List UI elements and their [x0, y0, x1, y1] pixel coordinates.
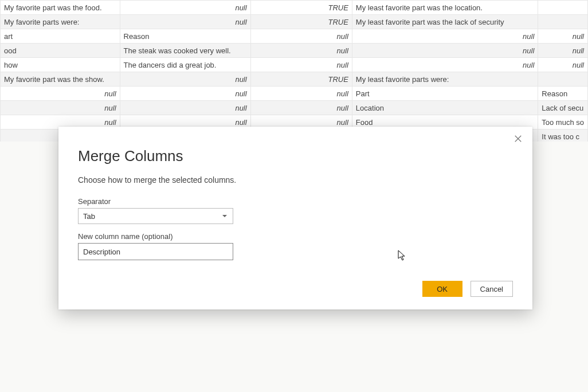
table-cell[interactable]: null: [538, 58, 588, 72]
dialog-buttons: OK Cancel: [422, 281, 513, 297]
table-cell[interactable]: Lack of secu: [538, 101, 588, 115]
table-cell[interactable]: art: [1, 29, 120, 44]
table-cell[interactable]: null: [120, 87, 250, 101]
table-cell[interactable]: My least favorite part was the location.: [352, 1, 538, 15]
table-row[interactable]: nullnullnullPartReason: [1, 87, 588, 101]
ok-button[interactable]: OK: [422, 281, 462, 297]
table-cell[interactable]: Too much so: [538, 115, 588, 130]
table-row[interactable]: My favorite parts were:nullTRUEMy least …: [1, 15, 588, 29]
table-cell[interactable]: The steak was cooked very well.: [120, 44, 250, 58]
cancel-button[interactable]: Cancel: [471, 281, 513, 297]
table-row[interactable]: My favorite part was the food.nullTRUEMy…: [1, 1, 588, 15]
table-row[interactable]: howThe dancers did a great job.nullnulln…: [1, 58, 588, 72]
new-column-name-label: New column name (optional): [78, 232, 513, 241]
table-cell[interactable]: Location: [352, 101, 538, 115]
table-cell[interactable]: null: [250, 44, 352, 58]
table-cell[interactable]: null: [120, 1, 250, 15]
data-grid[interactable]: My favorite part was the food.nullTRUEMy…: [0, 0, 588, 144]
table-row[interactable]: My favorite part was the show.nullTRUEMy…: [1, 72, 588, 87]
table-cell[interactable]: how: [1, 58, 120, 72]
table-cell[interactable]: null: [120, 15, 250, 29]
table-cell[interactable]: Reason: [538, 87, 588, 101]
table-cell[interactable]: TRUE: [250, 15, 352, 29]
table-cell[interactable]: null: [352, 58, 538, 72]
table-cell[interactable]: The dancers did a great job.: [120, 58, 250, 72]
table-cell[interactable]: null: [250, 87, 352, 101]
separator-dropdown[interactable]: Tab: [78, 208, 233, 224]
new-column-name-input[interactable]: [78, 243, 233, 260]
table-cell[interactable]: My favorite part was the show.: [1, 72, 120, 87]
table-cell[interactable]: null: [538, 44, 588, 58]
table-cell[interactable]: My favorite part was the food.: [1, 1, 120, 15]
separator-label: Separator: [78, 197, 513, 206]
table-cell[interactable]: [538, 15, 588, 29]
table-cell[interactable]: TRUE: [250, 1, 352, 15]
table-cell[interactable]: My favorite parts were:: [1, 15, 120, 29]
table-cell[interactable]: Reason: [120, 29, 250, 44]
table-cell[interactable]: null: [250, 101, 352, 115]
table-cell[interactable]: [538, 72, 588, 87]
table-cell[interactable]: null: [1, 87, 120, 101]
table-cell[interactable]: null: [120, 101, 250, 115]
table-cell[interactable]: null: [352, 44, 538, 58]
table-row[interactable]: artReasonnullnullnull: [1, 29, 588, 44]
table-cell[interactable]: My least favorite part was the lack of s…: [352, 15, 538, 29]
table-cell[interactable]: null: [1, 101, 120, 115]
table-row[interactable]: nullnullnullLocationLack of secu: [1, 101, 588, 115]
table-cell[interactable]: null: [120, 72, 250, 87]
dialog-title: Merge Columns: [78, 147, 513, 165]
table-cell[interactable]: My least favorite parts were:: [352, 72, 538, 87]
chevron-down-icon: [222, 215, 227, 217]
table-cell[interactable]: null: [352, 29, 538, 44]
dialog-subtitle: Choose how to merge the selected columns…: [78, 175, 513, 185]
table-cell[interactable]: null: [250, 58, 352, 72]
table-cell[interactable]: Part: [352, 87, 538, 101]
table-row[interactable]: oodThe steak was cooked very well.nullnu…: [1, 44, 588, 58]
close-icon[interactable]: [513, 135, 523, 145]
table-cell[interactable]: ood: [1, 44, 120, 58]
separator-value: Tab: [83, 212, 222, 221]
table-cell[interactable]: TRUE: [250, 72, 352, 87]
table-cell[interactable]: null: [250, 29, 352, 44]
table-cell[interactable]: null: [538, 29, 588, 44]
merge-columns-dialog: Merge Columns Choose how to merge the se…: [58, 127, 532, 309]
table-cell[interactable]: [538, 1, 588, 15]
